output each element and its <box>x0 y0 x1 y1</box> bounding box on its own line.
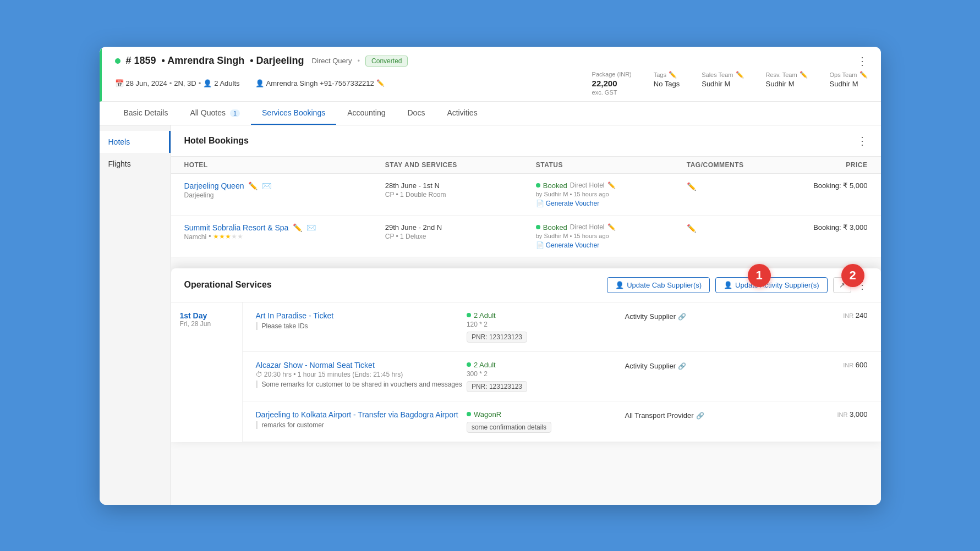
header: # 1859 • Amrendra Singh • Darjeeling Dir… <box>100 47 881 102</box>
edit-sales-icon[interactable]: ✏️ <box>736 71 744 79</box>
booking-id: # 1859 <box>126 55 156 67</box>
sidebar-item-hotels[interactable]: Hotels <box>100 131 171 153</box>
ops-title: Operational Services <box>184 280 272 290</box>
edit-resv-icon[interactable]: ✏️ <box>800 71 808 79</box>
hotel-2-status: Booked <box>543 223 567 232</box>
hotel-1-name[interactable]: Darjeeling Queen <box>184 181 244 190</box>
ops-team-info: Ops Team ✏️ Sudhir M <box>830 71 868 96</box>
update-activity-supplier-button[interactable]: 👤 Update Activity Supplier(s) <box>715 277 827 293</box>
tab-basic-details[interactable]: Basic Details <box>113 102 179 125</box>
service-3-conf: some confirmation details <box>467 422 551 433</box>
tab-accounting[interactable]: Accounting <box>336 102 396 125</box>
converted-badge: Converted <box>365 56 408 67</box>
service-1-adult: 2 Adult <box>474 311 496 319</box>
hotel-row-2: Summit Sobralia Resort & Spa ✏️ ✉️ Namch… <box>171 216 881 257</box>
service-1-price-cell: INR 240 <box>783 311 867 319</box>
hotel-1-stay-date: 28th June - 1st N <box>385 181 536 190</box>
service-1-remark: Please take IDs <box>256 322 467 330</box>
hotel-2-stay-sub: CP • 1 Deluxe <box>385 233 536 240</box>
service-2-supplier-link-icon[interactable]: 🔗 <box>678 362 686 370</box>
update-cab-supplier-button[interactable]: 👤 Update Cab Supplier(s) <box>607 277 710 293</box>
tabs: Basic Details All Quotes 1 Services Book… <box>100 102 881 125</box>
hotel-1-status-dot <box>536 183 540 188</box>
tab-all-quotes[interactable]: All Quotes 1 <box>179 102 251 125</box>
hotel-2-price-cell: Booking: ₹ 3,000 <box>787 223 867 232</box>
service-1-supplier: Activity Supplier <box>625 312 676 321</box>
service-1-price: 240 <box>856 311 868 319</box>
tab-activities[interactable]: Activities <box>436 102 488 125</box>
edit-contact-icon[interactable]: ✏️ <box>376 79 385 87</box>
step-badge-2: 2 <box>841 264 864 287</box>
step-badge-1: 1 <box>748 264 771 287</box>
service-2-supplier: Activity Supplier <box>625 362 676 370</box>
app-window: # 1859 • Amrendra Singh • Darjeeling Dir… <box>100 47 881 505</box>
edit-ops-icon[interactable]: ✏️ <box>859 71 868 79</box>
hotel-2-mail-icon[interactable]: ✉️ <box>306 223 316 232</box>
main-content: Hotels Flights Hotel Bookings ⋮ Hotel St… <box>100 125 881 505</box>
service-3-remark: remarks for customer <box>256 421 467 429</box>
hotel-row-1: Darjeeling Queen ✏️ ✉️ Darjeeling 28th J… <box>171 174 881 216</box>
hotel-1-status-edit-icon[interactable]: ✏️ <box>607 181 616 189</box>
hotel-1-tag-edit-icon[interactable]: ✏️ <box>687 182 696 191</box>
sidebar-item-flights[interactable]: Flights <box>100 153 171 175</box>
hotel-2-stay-cell: 29th June - 2nd N CP • 1 Deluxe <box>385 223 536 240</box>
destination: • Darjeeling <box>250 55 304 67</box>
hotel-2-location: Namchi <box>184 233 207 241</box>
service-1-adult-info: 2 Adult 120 * 2 PNR: 123123123 <box>467 311 625 343</box>
hotel-1-stay-cell: 28th June - 1st N CP • 1 Double Room <box>385 181 536 199</box>
hotel-table-header: Hotel Stay and Services Status Tag/Comme… <box>171 157 881 174</box>
col-price: Price <box>787 161 867 169</box>
hotel-bookings-more-icon[interactable]: ⋮ <box>857 134 868 147</box>
sales-team-info: Sales Team ✏️ Sudhir M <box>702 71 743 96</box>
service-3-price-cell: INR 3,000 <box>783 410 867 418</box>
service-3-supplier-link-icon[interactable]: 🔗 <box>696 412 704 420</box>
service-item-1: Art In Paradise - Ticket Please take IDs… <box>243 302 881 352</box>
hotel-1-price-cell: Booking: ₹ 5,000 <box>787 181 867 190</box>
service-3-name[interactable]: Darjeeling to Kolkata Airport - Transfer… <box>256 410 467 419</box>
service-3-adult-info: WagonR some confirmation details <box>467 410 625 433</box>
hotel-bookings-title: Hotel Bookings <box>184 136 249 146</box>
hotel-2-tag-cell: ✏️ <box>687 223 787 233</box>
hotel-2-voucher-link[interactable]: 📄 Generate Voucher <box>536 241 687 249</box>
person-icon: 👤 <box>615 281 624 289</box>
hotel-1-edit-icon[interactable]: ✏️ <box>248 181 258 190</box>
service-item-3: Darjeeling to Kolkata Airport - Transfer… <box>243 401 881 442</box>
service-1-status-dot <box>467 313 471 317</box>
package-info: Package (INR) 22,200 exc. GST <box>592 71 632 96</box>
hotel-2-status-edit-icon[interactable]: ✏️ <box>607 223 616 231</box>
ops-header: Operational Services 👤 Update Cab Suppli… <box>171 268 881 302</box>
service-3-supplier: All Transport Provider <box>625 411 694 420</box>
service-item-2: Alcazar Show - Normal Seat Ticket ⏱ 20:3… <box>243 352 881 401</box>
day-1-services: Art In Paradise - Ticket Please take IDs… <box>243 302 881 442</box>
hotel-2-type: Direct Hotel <box>570 223 605 231</box>
hotel-2-status-cell: Booked Direct Hotel ✏️ by Sudhir M • 15 … <box>536 223 687 249</box>
query-type: Direct Query <box>312 57 352 65</box>
hotel-2-edit-icon[interactable]: ✏️ <box>293 223 302 232</box>
service-1-calc: 120 * 2 <box>467 321 625 328</box>
hotel-2-name[interactable]: Summit Sobralia Resort & Spa <box>184 223 289 232</box>
service-2-name[interactable]: Alcazar Show - Normal Seat Ticket <box>256 361 467 370</box>
hotel-2-stay-date: 29th June - 2nd N <box>385 223 536 232</box>
more-options-icon[interactable]: ⋮ <box>857 54 868 68</box>
hotel-1-status-cell: Booked Direct Hotel ✏️ by Sudhir M • 15 … <box>536 181 687 207</box>
hotel-1-voucher-link[interactable]: 📄 Generate Voucher <box>536 200 687 207</box>
service-2-remark: Some remarks for customer to be shared i… <box>256 381 467 388</box>
service-1-supplier-link-icon[interactable]: 🔗 <box>678 313 686 321</box>
col-status: Status <box>536 161 687 169</box>
content-area: Hotel Bookings ⋮ Hotel Stay and Services… <box>171 125 881 505</box>
hotel-1-cell: Darjeeling Queen ✏️ ✉️ Darjeeling <box>184 181 385 199</box>
hotel-2-tag-edit-icon[interactable]: ✏️ <box>687 224 696 233</box>
activity-person-icon: 👤 <box>724 281 732 289</box>
service-3-supplier-info: All Transport Provider 🔗 <box>625 410 784 420</box>
edit-tags-icon[interactable]: ✏️ <box>669 71 677 79</box>
hotel-2-status-dot <box>536 225 540 229</box>
tab-docs[interactable]: Docs <box>396 102 436 125</box>
separator: • <box>358 57 360 65</box>
day-1-date: Fri, 28 Jun <box>180 320 233 328</box>
hotel-1-mail-icon[interactable]: ✉️ <box>262 181 271 190</box>
sidebar: Hotels Flights <box>100 125 171 505</box>
col-tag: Tag/Comments <box>687 161 787 169</box>
hotel-2-booked-by: by Sudhir M • 15 hours ago <box>536 233 687 239</box>
service-1-name[interactable]: Art In Paradise - Ticket <box>256 311 467 320</box>
tab-services-bookings[interactable]: Services Bookings <box>251 102 336 125</box>
